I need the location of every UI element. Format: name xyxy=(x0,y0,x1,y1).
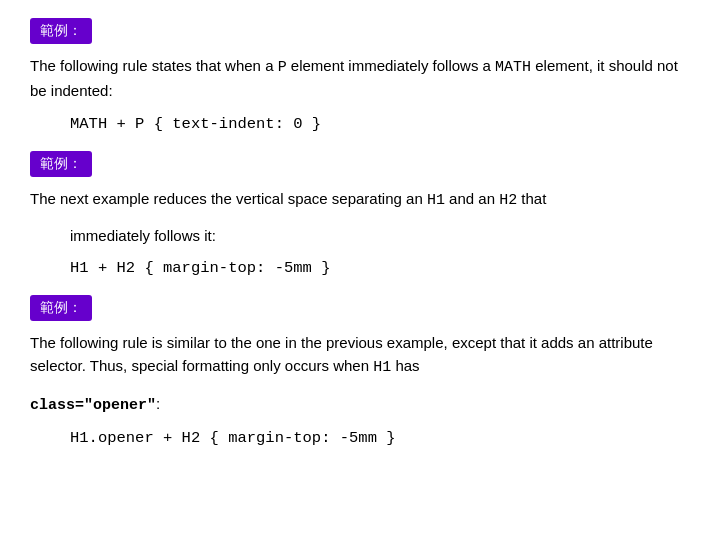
desc-1-code-math: MATH xyxy=(495,59,531,76)
code-block-2: H1 + H2 { margin-top: -5mm } xyxy=(70,259,690,277)
desc-2-h1: H1 xyxy=(427,192,445,209)
desc-2-text-3: that xyxy=(517,190,546,207)
code-block-3: H1.opener + H2 { margin-top: -5mm } xyxy=(70,429,690,447)
desc-1-code-p: P xyxy=(278,59,287,76)
description-1: The following rule states that when a P … xyxy=(30,54,690,103)
description-3-bold-line: class="opener": xyxy=(30,392,690,417)
desc-2-indent-text: immediately follows it: xyxy=(70,227,216,244)
section-2: 範例： The next example reduces the vertica… xyxy=(30,151,690,278)
desc-2-text-2: and an xyxy=(445,190,499,207)
description-2: The next example reduces the vertical sp… xyxy=(30,187,690,212)
desc-2-h2: H2 xyxy=(499,192,517,209)
code-block-1: MATH + P { text-indent: 0 } xyxy=(70,115,690,133)
desc-3-h1: H1 xyxy=(373,359,391,376)
desc-3-colon: : xyxy=(156,395,160,412)
desc-2-text-1: The next example reduces the vertical sp… xyxy=(30,190,427,207)
badge-2: 範例： xyxy=(30,151,92,177)
desc-1-text-2: element immediately follows a xyxy=(287,57,495,74)
desc-3-class-bold: class="opener" xyxy=(30,397,156,414)
badge-3: 範例： xyxy=(30,295,92,321)
section-1: 範例： The following rule states that when … xyxy=(30,18,690,133)
description-3: The following rule is similar to the one… xyxy=(30,331,690,380)
desc-1-text-1: The following rule states that when a xyxy=(30,57,278,74)
description-2-indent: immediately follows it: xyxy=(30,224,690,247)
section-3: 範例： The following rule is similar to the… xyxy=(30,295,690,447)
badge-1: 範例： xyxy=(30,18,92,44)
desc-3-text-1: The following rule is similar to the one… xyxy=(30,334,653,374)
desc-3-text-2: has xyxy=(391,357,419,374)
